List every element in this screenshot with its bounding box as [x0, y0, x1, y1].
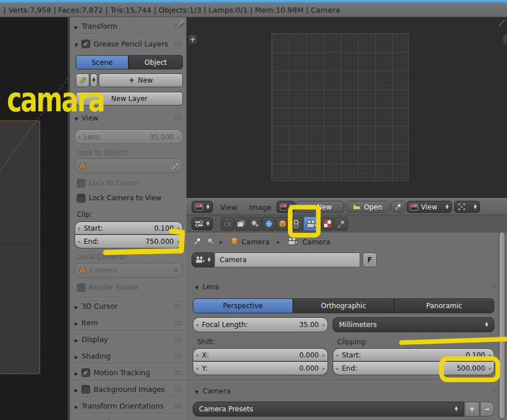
tab-object-data-camera[interactable] [303, 216, 319, 231]
gp-new-layer-button[interactable]: New Layer [76, 92, 183, 106]
panel-drag-dots-icon[interactable] [174, 41, 182, 46]
render-border-row[interactable]: Render Border [70, 282, 186, 293]
shift-x-slider[interactable]: X: 0.000 [193, 348, 328, 361]
lens-type-perspective-tab[interactable]: Perspective [193, 298, 293, 313]
panel-drag-dots-icon[interactable] [174, 387, 182, 392]
camera-panel-header[interactable]: Camera [195, 384, 498, 397]
area-resize-grip-icon[interactable] [497, 18, 507, 28]
clipping-end-slider[interactable]: End: 500.000 [333, 362, 494, 375]
render-border-checkbox[interactable] [77, 283, 85, 292]
clear-x-icon[interactable] [173, 266, 179, 274]
camera-name-field[interactable]: Camera [214, 252, 360, 267]
lock-to-cursor-checkbox[interactable] [77, 179, 85, 188]
section-display[interactable]: Display [70, 332, 186, 347]
section-3d-cursor[interactable]: 3D Cursor [70, 298, 186, 314]
editor-type-selector[interactable] [192, 217, 213, 230]
lens-type-orthographic-tab[interactable]: Orthographic [293, 298, 394, 313]
area-resize-grip-icon[interactable] [176, 18, 186, 28]
tab-render-layers[interactable] [235, 217, 248, 231]
image-editor-viewport[interactable] [186, 17, 507, 198]
clipping-start-slider[interactable]: Start: 0.100 [333, 348, 494, 361]
clip-start-slider[interactable]: Start: 0.100 [75, 221, 183, 235]
image-new-button[interactable]: New [296, 201, 344, 213]
scrollbar-thumb[interactable] [499, 232, 505, 419]
background-images-checkbox[interactable] [81, 385, 90, 394]
editor-type-selector[interactable] [192, 201, 213, 213]
section-motion-tracking[interactable]: Motion Tracking [70, 365, 186, 380]
fake-user-button[interactable]: F [362, 252, 377, 267]
lens-type-panoramic-tab[interactable]: Panoramic [394, 298, 494, 313]
panel-drag-dots-icon[interactable] [174, 404, 182, 409]
checkbox-label: Render Border [89, 283, 139, 291]
image-view-dropdown[interactable]: View [407, 201, 452, 213]
gp-draw-button[interactable] [76, 73, 89, 87]
focal-unit-dropdown[interactable]: Millimeters [333, 317, 494, 332]
panel-drag-dots-icon[interactable] [174, 337, 182, 342]
local-camera-field[interactable]: Camera [75, 263, 183, 278]
preset-add-button[interactable] [465, 402, 479, 417]
panel-drag-dots-icon[interactable] [490, 388, 498, 393]
focal-length-slider[interactable]: Focal Length: 35.00 [193, 317, 328, 332]
motion-tracking-checkbox[interactable] [81, 368, 90, 377]
breadcrumb-data-name[interactable]: Camera [302, 238, 330, 246]
breadcrumb-object-name[interactable]: Camera [241, 238, 270, 246]
properties-scrollbar[interactable] [498, 231, 506, 420]
section-view[interactable]: View [70, 110, 186, 125]
tab-render[interactable] [221, 217, 234, 231]
divider [186, 276, 507, 277]
gp-new-button[interactable]: New [99, 73, 183, 87]
tab-material[interactable] [321, 217, 334, 231]
lens-panel-header[interactable]: Lens [195, 280, 498, 293]
preset-remove-button[interactable]: − [480, 402, 494, 417]
section-properties[interactable]: Properties [70, 415, 186, 420]
slider-value: 0.000 [299, 364, 319, 372]
gp-source-scene-tab[interactable]: Scene [76, 55, 128, 69]
camera-presets-dropdown[interactable]: Camera Presets [193, 402, 464, 417]
section-transform-orientations[interactable]: Transform Orientations [70, 398, 186, 414]
collapse-arrow-icon [75, 352, 78, 360]
display-mode-selector[interactable] [454, 201, 480, 213]
panel-drag-dots-icon[interactable] [490, 284, 498, 289]
image-menu[interactable]: Image [249, 203, 271, 212]
gp-draw-mode-stepper[interactable] [90, 73, 98, 87]
lock-camera-to-view-row[interactable]: Lock Camera to View [70, 193, 186, 203]
tab-constraints[interactable] [290, 217, 303, 231]
section-transform[interactable]: Transform [70, 18, 186, 33]
panel-drag-dots-icon[interactable] [174, 371, 182, 375]
camera-datablock-selector[interactable] [192, 252, 214, 267]
view-menu[interactable]: View [220, 203, 237, 212]
lock-camera-to-view-checkbox[interactable] [77, 194, 85, 203]
object-cube-icon [79, 266, 87, 274]
image-datablock-selector[interactable] [276, 201, 295, 213]
shift-y-slider[interactable]: Y: 0.000 [193, 362, 328, 375]
section-shading[interactable]: Shading [70, 348, 186, 364]
pin-toggle[interactable] [193, 237, 202, 246]
tab-scene[interactable] [248, 217, 262, 231]
panel-drag-dots-icon[interactable] [174, 321, 182, 325]
view-lens-slider[interactable]: Lens: 35.000 [75, 130, 183, 144]
section-grease-pencil-layers[interactable]: Grease Pencil Layers [70, 36, 186, 51]
tab-physics[interactable] [334, 217, 348, 231]
panel-drag-dots-icon[interactable] [174, 354, 182, 359]
gp-layers-checkbox[interactable] [81, 40, 90, 48]
region-expand-button[interactable] [188, 34, 197, 45]
slider-value: 0.000 [299, 351, 319, 359]
image-open-button[interactable]: Open [345, 201, 390, 213]
panel-drag-dots-icon[interactable] [174, 304, 182, 309]
tab-world[interactable] [262, 217, 275, 231]
lock-to-object-field[interactable] [75, 158, 183, 173]
tab-object[interactable] [276, 217, 289, 231]
gp-source-object-tab[interactable]: Object [128, 55, 183, 69]
pin-button[interactable] [391, 201, 405, 213]
clip-end-slider[interactable]: End: 750.000 [75, 235, 183, 248]
divider [70, 297, 186, 298]
viewport-3d[interactable] [0, 17, 68, 420]
panel-drag-dots-icon[interactable] [174, 115, 182, 120]
breadcrumb-scene-icon[interactable] [206, 237, 215, 246]
lock-to-cursor-row[interactable]: Lock to Cursor [70, 178, 186, 188]
region-expand-button-right[interactable] [502, 34, 507, 45]
slider-value: 500.000 [457, 364, 485, 372]
render-layers-icon [237, 220, 245, 228]
section-item[interactable]: Item [70, 315, 186, 330]
section-background-images[interactable]: Background Images [70, 382, 186, 397]
